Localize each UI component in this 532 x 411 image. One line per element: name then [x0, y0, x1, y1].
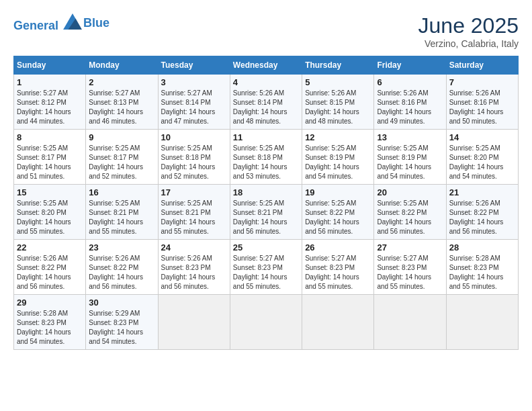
day-info: Sunrise: 5:27 AMSunset: 8:23 PMDaylight:… — [233, 254, 299, 291]
calendar-cell: 16Sunrise: 5:25 AMSunset: 8:21 PMDayligh… — [86, 185, 158, 240]
day-number: 19 — [305, 187, 371, 197]
calendar-cell: 7Sunrise: 5:26 AMSunset: 8:16 PMDaylight… — [446, 75, 518, 130]
day-number: 24 — [161, 242, 227, 253]
logo: General Blue — [13, 13, 109, 33]
day-number: 21 — [449, 187, 515, 197]
calendar-cell: 26Sunrise: 5:27 AMSunset: 8:23 PMDayligh… — [302, 240, 374, 295]
day-number: 13 — [377, 132, 443, 142]
day-info: Sunrise: 5:26 AMSunset: 8:22 PMDaylight:… — [449, 199, 515, 236]
day-number: 26 — [305, 242, 371, 253]
calendar-cell: 14Sunrise: 5:25 AMSunset: 8:20 PMDayligh… — [446, 130, 518, 185]
day-info: Sunrise: 5:25 AMSunset: 8:22 PMDaylight:… — [305, 199, 371, 236]
logo-blue-text: Blue — [83, 17, 109, 30]
calendar-cell: 6Sunrise: 5:26 AMSunset: 8:16 PMDaylight… — [374, 75, 446, 130]
calendar-title: June 2025 — [418, 13, 519, 38]
day-number: 18 — [233, 187, 299, 197]
day-info: Sunrise: 5:25 AMSunset: 8:17 PMDaylight:… — [89, 144, 154, 181]
calendar-cell: 27Sunrise: 5:27 AMSunset: 8:23 PMDayligh… — [374, 240, 446, 295]
day-number: 3 — [161, 77, 227, 87]
day-info: Sunrise: 5:27 AMSunset: 8:13 PMDaylight:… — [89, 89, 154, 126]
calendar-cell: 20Sunrise: 5:25 AMSunset: 8:22 PMDayligh… — [374, 185, 446, 240]
calendar-cell: 15Sunrise: 5:25 AMSunset: 8:20 PMDayligh… — [14, 185, 86, 240]
calendar-cell: 2Sunrise: 5:27 AMSunset: 8:13 PMDaylight… — [86, 75, 158, 130]
day-number: 4 — [233, 77, 299, 87]
calendar-cell: 25Sunrise: 5:27 AMSunset: 8:23 PMDayligh… — [230, 240, 302, 295]
col-tuesday: Tuesday — [158, 56, 230, 75]
day-number: 23 — [89, 242, 154, 253]
header-row: Sunday Monday Tuesday Wednesday Thursday… — [14, 56, 519, 75]
calendar-week-row: 15Sunrise: 5:25 AMSunset: 8:20 PMDayligh… — [14, 185, 519, 240]
calendar-table: Sunday Monday Tuesday Wednesday Thursday… — [13, 56, 519, 350]
calendar-cell: 10Sunrise: 5:25 AMSunset: 8:18 PMDayligh… — [158, 130, 230, 185]
calendar-cell: 4Sunrise: 5:26 AMSunset: 8:14 PMDaylight… — [230, 75, 302, 130]
calendar-cell — [302, 295, 374, 350]
calendar-cell: 3Sunrise: 5:27 AMSunset: 8:14 PMDaylight… — [158, 75, 230, 130]
day-info: Sunrise: 5:26 AMSunset: 8:16 PMDaylight:… — [377, 89, 443, 126]
day-info: Sunrise: 5:25 AMSunset: 8:17 PMDaylight:… — [17, 144, 83, 181]
day-info: Sunrise: 5:27 AMSunset: 8:12 PMDaylight:… — [17, 89, 83, 126]
day-info: Sunrise: 5:26 AMSunset: 8:22 PMDaylight:… — [89, 254, 154, 291]
day-number: 17 — [161, 187, 227, 197]
day-info: Sunrise: 5:25 AMSunset: 8:20 PMDaylight:… — [449, 144, 515, 181]
calendar-cell: 17Sunrise: 5:25 AMSunset: 8:21 PMDayligh… — [158, 185, 230, 240]
calendar-cell: 8Sunrise: 5:25 AMSunset: 8:17 PMDaylight… — [14, 130, 86, 185]
day-number: 1 — [17, 77, 83, 87]
calendar-cell: 5Sunrise: 5:26 AMSunset: 8:15 PMDaylight… — [302, 75, 374, 130]
day-info: Sunrise: 5:26 AMSunset: 8:14 PMDaylight:… — [233, 89, 299, 126]
day-number: 10 — [161, 132, 227, 142]
calendar-cell: 24Sunrise: 5:26 AMSunset: 8:23 PMDayligh… — [158, 240, 230, 295]
calendar-cell: 22Sunrise: 5:26 AMSunset: 8:22 PMDayligh… — [14, 240, 86, 295]
calendar-cell — [158, 295, 230, 350]
day-number: 6 — [377, 77, 443, 87]
day-info: Sunrise: 5:25 AMSunset: 8:19 PMDaylight:… — [377, 144, 443, 181]
day-number: 15 — [17, 187, 83, 197]
calendar-cell: 12Sunrise: 5:25 AMSunset: 8:19 PMDayligh… — [302, 130, 374, 185]
day-number: 16 — [89, 187, 154, 197]
day-info: Sunrise: 5:25 AMSunset: 8:21 PMDaylight:… — [161, 199, 227, 236]
day-number: 12 — [305, 132, 371, 142]
logo-icon — [63, 13, 82, 30]
day-number: 22 — [17, 242, 83, 253]
calendar-cell: 28Sunrise: 5:28 AMSunset: 8:23 PMDayligh… — [446, 240, 518, 295]
calendar-cell: 11Sunrise: 5:25 AMSunset: 8:18 PMDayligh… — [230, 130, 302, 185]
day-number: 20 — [377, 187, 443, 197]
day-number: 8 — [17, 132, 83, 142]
calendar-week-row: 29Sunrise: 5:28 AMSunset: 8:23 PMDayligh… — [14, 295, 519, 350]
day-number: 7 — [449, 77, 515, 87]
col-saturday: Saturday — [446, 56, 518, 75]
calendar-cell: 29Sunrise: 5:28 AMSunset: 8:23 PMDayligh… — [14, 295, 86, 350]
day-number: 29 — [17, 298, 83, 308]
calendar-cell: 23Sunrise: 5:26 AMSunset: 8:22 PMDayligh… — [86, 240, 158, 295]
calendar-cell: 9Sunrise: 5:25 AMSunset: 8:17 PMDaylight… — [86, 130, 158, 185]
page-header: General Blue June 2025 Verzino, Calabria… — [13, 13, 519, 49]
col-sunday: Sunday — [14, 56, 86, 75]
logo-text: General — [13, 13, 82, 33]
day-number: 5 — [305, 77, 371, 87]
day-number: 14 — [449, 132, 515, 142]
day-number: 2 — [89, 77, 154, 87]
title-block: June 2025 Verzino, Calabria, Italy — [418, 13, 519, 49]
calendar-cell — [230, 295, 302, 350]
calendar-cell: 18Sunrise: 5:25 AMSunset: 8:21 PMDayligh… — [230, 185, 302, 240]
day-info: Sunrise: 5:27 AMSunset: 8:23 PMDaylight:… — [305, 254, 371, 291]
calendar-cell: 30Sunrise: 5:29 AMSunset: 8:23 PMDayligh… — [86, 295, 158, 350]
day-number: 25 — [233, 242, 299, 253]
calendar-cell: 13Sunrise: 5:25 AMSunset: 8:19 PMDayligh… — [374, 130, 446, 185]
day-info: Sunrise: 5:25 AMSunset: 8:19 PMDaylight:… — [305, 144, 371, 181]
day-number: 30 — [89, 298, 154, 308]
day-number: 9 — [89, 132, 154, 142]
calendar-cell: 19Sunrise: 5:25 AMSunset: 8:22 PMDayligh… — [302, 185, 374, 240]
calendar-cell: 1Sunrise: 5:27 AMSunset: 8:12 PMDaylight… — [14, 75, 86, 130]
calendar-cell: 21Sunrise: 5:26 AMSunset: 8:22 PMDayligh… — [446, 185, 518, 240]
col-friday: Friday — [374, 56, 446, 75]
day-info: Sunrise: 5:28 AMSunset: 8:23 PMDaylight:… — [17, 309, 83, 347]
col-thursday: Thursday — [302, 56, 374, 75]
day-info: Sunrise: 5:25 AMSunset: 8:21 PMDaylight:… — [89, 199, 154, 236]
day-info: Sunrise: 5:28 AMSunset: 8:23 PMDaylight:… — [449, 254, 515, 291]
day-info: Sunrise: 5:29 AMSunset: 8:23 PMDaylight:… — [89, 309, 154, 347]
calendar-cell — [374, 295, 446, 350]
calendar-week-row: 22Sunrise: 5:26 AMSunset: 8:22 PMDayligh… — [14, 240, 519, 295]
day-info: Sunrise: 5:27 AMSunset: 8:14 PMDaylight:… — [161, 89, 227, 126]
col-monday: Monday — [86, 56, 158, 75]
day-info: Sunrise: 5:25 AMSunset: 8:22 PMDaylight:… — [377, 199, 443, 236]
